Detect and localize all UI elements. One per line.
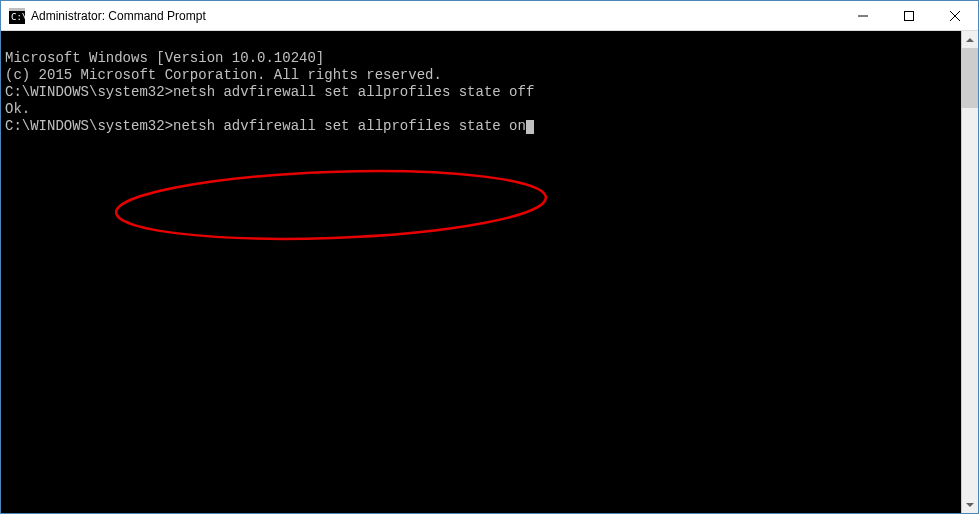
command-text: netsh advfirewall set allprofiles state … bbox=[173, 84, 534, 100]
scroll-thumb[interactable] bbox=[962, 48, 978, 108]
command-prompt-window: C:\ Administrator: Command Prompt Micros… bbox=[0, 0, 979, 514]
close-button[interactable] bbox=[932, 1, 978, 30]
svg-marker-8 bbox=[966, 38, 974, 42]
terminal-line: C:\WINDOWS\system32>netsh advfirewall se… bbox=[5, 118, 961, 135]
terminal-line: Ok. bbox=[5, 101, 961, 118]
prompt: C:\WINDOWS\system32> bbox=[5, 118, 173, 134]
svg-point-7 bbox=[115, 165, 547, 246]
prompt: C:\WINDOWS\system32> bbox=[5, 84, 173, 100]
scroll-up-arrow[interactable] bbox=[962, 31, 978, 48]
svg-rect-1 bbox=[9, 8, 25, 11]
command-text: netsh advfirewall set allprofiles state … bbox=[173, 118, 526, 134]
terminal-line: Microsoft Windows [Version 10.0.10240] bbox=[5, 50, 961, 67]
svg-marker-9 bbox=[966, 503, 974, 507]
maximize-button[interactable] bbox=[886, 1, 932, 30]
minimize-button[interactable] bbox=[840, 1, 886, 30]
cmd-icon: C:\ bbox=[9, 8, 25, 24]
window-title: Administrator: Command Prompt bbox=[31, 9, 840, 23]
window-controls bbox=[840, 1, 978, 30]
svg-text:C:\: C:\ bbox=[11, 12, 25, 22]
scroll-down-arrow[interactable] bbox=[962, 496, 978, 513]
terminal-line: (c) 2015 Microsoft Corporation. All righ… bbox=[5, 67, 961, 84]
terminal-area: Microsoft Windows [Version 10.0.10240](c… bbox=[1, 31, 978, 513]
titlebar[interactable]: C:\ Administrator: Command Prompt bbox=[1, 1, 978, 31]
text-cursor bbox=[526, 120, 534, 134]
red-ellipse-annotation bbox=[106, 123, 556, 283]
vertical-scrollbar[interactable] bbox=[961, 31, 978, 513]
scroll-track[interactable] bbox=[962, 48, 978, 496]
svg-rect-4 bbox=[905, 11, 914, 20]
terminal-line: C:\WINDOWS\system32>netsh advfirewall se… bbox=[5, 84, 961, 101]
terminal-output[interactable]: Microsoft Windows [Version 10.0.10240](c… bbox=[1, 31, 961, 513]
